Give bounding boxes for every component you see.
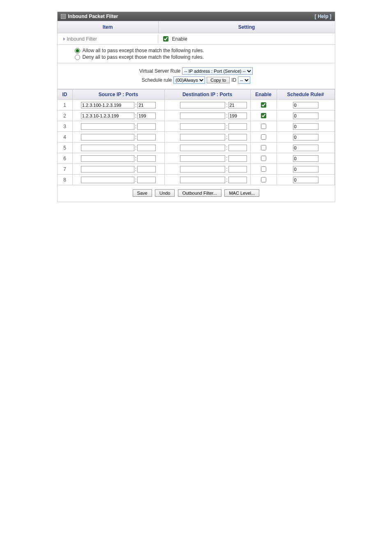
dest-port-input[interactable]: [228, 123, 247, 130]
source-ip-input[interactable]: [81, 177, 134, 183]
sched-select[interactable]: (00)Always: [173, 76, 205, 84]
dest-port-input[interactable]: [228, 113, 247, 119]
table-row: 3::: [58, 121, 335, 132]
row-id: 4: [58, 132, 73, 143]
source-port-input[interactable]: [137, 145, 156, 151]
inbound-filter-row: Inbound Filter Enable: [58, 33, 335, 45]
dest-ip-input[interactable]: [180, 134, 225, 140]
dest-ip-input[interactable]: [180, 123, 225, 130]
mac-button[interactable]: MAC Level...: [224, 189, 259, 197]
triangle-icon: [63, 37, 65, 41]
vsr-block: Virtual Server Rule -- IP address : Port…: [58, 63, 335, 89]
outbound-button[interactable]: Outbound Filter...: [178, 189, 221, 197]
dest-port-input[interactable]: [228, 155, 247, 162]
help-link[interactable]: [ Help ]: [315, 14, 332, 19]
th-src: Source IP : Ports: [72, 90, 164, 100]
rule-enable-checkbox[interactable]: [261, 124, 266, 129]
dest-ip-input[interactable]: [180, 102, 225, 108]
th-dst: Destination IP : Ports: [164, 90, 250, 100]
source-ip-input[interactable]: [81, 113, 134, 119]
panel-titlebar: Inbound Packet Filter [ Help ]: [58, 12, 335, 21]
row-id: 1: [58, 100, 73, 111]
schedule-rule-input[interactable]: [293, 177, 318, 183]
table-row: 2::: [58, 111, 335, 121]
dest-port-input[interactable]: [228, 102, 247, 108]
table-row: 6::: [58, 153, 335, 164]
rule-enable-checkbox[interactable]: [261, 145, 266, 150]
th-sched: Schedule Rule#: [277, 90, 334, 100]
undo-button[interactable]: Undo: [155, 189, 175, 197]
rule-enable-checkbox[interactable]: [261, 177, 266, 182]
panel-title: Inbound Packet Filter: [68, 14, 118, 19]
policy-allow-radio[interactable]: [75, 48, 80, 53]
dest-ip-input[interactable]: [180, 145, 225, 151]
inbound-filter-label: Inbound Filter: [58, 35, 158, 44]
row-id: 3: [58, 121, 73, 132]
rule-enable-checkbox[interactable]: [261, 113, 266, 118]
table-row: 8::: [58, 175, 335, 185]
inbound-enable-label: Enable: [172, 36, 187, 42]
source-ip-input[interactable]: [81, 102, 134, 108]
source-port-input[interactable]: [137, 166, 156, 173]
source-ip-input[interactable]: [81, 166, 134, 173]
source-port-input[interactable]: [137, 123, 156, 130]
dest-port-input[interactable]: [228, 134, 247, 140]
button-bar: Save Undo Outbound Filter... MAC Level..…: [58, 185, 335, 202]
source-ip-input[interactable]: [81, 134, 134, 140]
schedule-rule-input[interactable]: [293, 113, 318, 119]
vsr-label: Virtual Server Rule: [139, 68, 181, 74]
source-port-input[interactable]: [137, 177, 156, 183]
dest-port-input[interactable]: [228, 145, 247, 151]
row-id: 2: [58, 111, 73, 121]
dest-ip-input[interactable]: [180, 155, 225, 162]
copy-to-button[interactable]: Copy to: [207, 77, 230, 83]
source-ip-input[interactable]: [81, 123, 134, 130]
source-port-input[interactable]: [137, 113, 156, 119]
table-row: 1::: [58, 100, 335, 111]
schedule-rule-input[interactable]: [293, 155, 318, 162]
schedule-rule-input[interactable]: [293, 102, 318, 108]
dest-port-input[interactable]: [228, 166, 247, 173]
rule-enable-checkbox[interactable]: [261, 166, 266, 172]
row-id: 7: [58, 164, 73, 175]
table-row: 7::: [58, 164, 335, 175]
row-id: 6: [58, 153, 73, 164]
inbound-packet-filter-panel: Inbound Packet Filter [ Help ] Item Sett…: [57, 12, 335, 202]
save-button[interactable]: Save: [133, 189, 152, 197]
policy-block: Allow all to pass except those match the…: [58, 45, 335, 63]
row-id: 5: [58, 143, 73, 153]
source-port-input[interactable]: [137, 155, 156, 162]
copy-id-label: ID: [231, 77, 236, 83]
th-en: Enable: [250, 90, 277, 100]
rule-enable-checkbox[interactable]: [261, 134, 266, 140]
schedule-rule-input[interactable]: [293, 166, 318, 173]
dest-port-input[interactable]: [228, 177, 247, 183]
table-row: 5::: [58, 143, 335, 153]
column-setting: Setting: [159, 21, 335, 33]
th-id: ID: [58, 90, 73, 100]
policy-deny-label: Deny all to pass except those match the …: [83, 54, 204, 60]
rule-enable-checkbox[interactable]: [261, 102, 266, 108]
vsr-select[interactable]: -- IP address : Port (Service) --: [182, 67, 253, 75]
dest-ip-input[interactable]: [180, 177, 225, 183]
source-ip-input[interactable]: [81, 145, 134, 151]
source-port-input[interactable]: [137, 102, 156, 108]
copy-id-select[interactable]: --: [238, 76, 250, 84]
inbound-enable-checkbox[interactable]: [163, 36, 168, 41]
dest-ip-input[interactable]: [180, 113, 225, 119]
dest-ip-input[interactable]: [180, 166, 225, 173]
schedule-rule-input[interactable]: [293, 123, 318, 130]
rule-enable-checkbox[interactable]: [261, 156, 266, 161]
source-port-input[interactable]: [137, 134, 156, 140]
source-ip-input[interactable]: [81, 155, 134, 162]
rules-table: ID Source IP : Ports Destination IP : Po…: [58, 89, 335, 185]
schedule-rule-input[interactable]: [293, 145, 318, 151]
schedule-rule-input[interactable]: [293, 134, 318, 140]
table-row: 4::: [58, 132, 335, 143]
policy-allow-label: Allow all to pass except those match the…: [83, 48, 204, 53]
sched-label: Schedule rule: [142, 77, 172, 83]
policy-deny-radio[interactable]: [75, 55, 80, 60]
item-setting-header: Item Setting: [58, 21, 335, 33]
row-id: 8: [58, 175, 73, 185]
panel-icon: [61, 14, 66, 19]
